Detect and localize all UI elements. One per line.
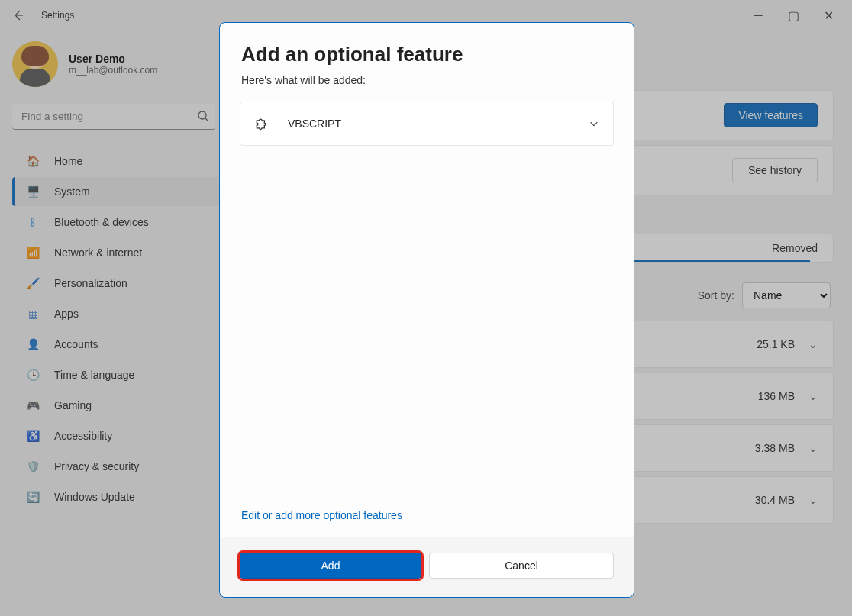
- add-feature-dialog: Add an optional feature Here's what will…: [219, 22, 634, 598]
- dialog-title: Add an optional feature: [241, 43, 612, 66]
- cancel-button[interactable]: Cancel: [429, 553, 614, 579]
- pending-feature-item[interactable]: VBSCRIPT: [240, 102, 614, 146]
- puzzle-icon: [254, 116, 269, 131]
- pending-feature-name: VBSCRIPT: [288, 118, 589, 130]
- chevron-down-icon: [589, 118, 599, 129]
- add-button[interactable]: Add: [240, 553, 421, 579]
- dialog-subtitle: Here's what will be added:: [241, 74, 612, 86]
- edit-features-link[interactable]: Edit or add more optional features: [220, 495, 634, 537]
